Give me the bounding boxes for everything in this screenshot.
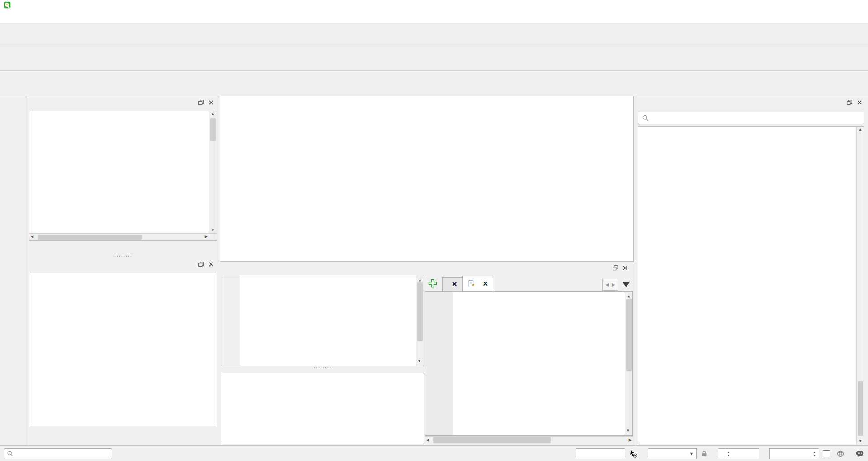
console-vscrollbar[interactable]: ▲▼ [416,275,424,366]
new-editor-tab-button[interactable] [425,276,440,291]
browser-hscrollbar[interactable]: ◀▶ [29,233,217,240]
layers-panel [26,258,220,445]
tracking-icon[interactable] [629,449,638,458]
editor-tab-active[interactable]: ✕ [462,276,494,291]
tab-list-dropdown[interactable] [622,282,630,291]
layer-add-dock [0,96,26,445]
render-checkbox[interactable] [823,450,833,457]
crs-globe-icon[interactable] [836,450,844,458]
status-bar: ▼ ▲▼ ▲▼ [0,445,868,461]
processing-toolbox-panel: ▲▼ [634,96,868,445]
browser-vscrollbar[interactable]: ▲▼ [209,111,217,240]
map-canvas[interactable] [220,96,634,262]
toolbar-row-3 [0,71,868,96]
tab-scroll-buttons[interactable]: ◀▶ [602,279,618,291]
float-panel-icon[interactable] [197,261,205,268]
search-icon [642,114,649,122]
coordinate-input[interactable] [576,448,625,459]
python-console-panel: ▲▼ ✕ ✕ ◀▶ [220,262,634,445]
locator-input[interactable] [4,448,112,459]
toolbox-vscrollbar[interactable]: ▲▼ [856,127,864,444]
float-panel-icon[interactable] [197,99,205,106]
minimize-button[interactable] [806,0,826,10]
python-console-output[interactable]: ▲▼ [221,275,424,366]
rotation-input[interactable]: ▲▼ [769,448,819,459]
messages-icon[interactable] [855,449,864,458]
float-panel-icon[interactable] [611,264,619,272]
editor-hscrollbar[interactable]: ◀▶ [425,436,633,444]
python-code-editor[interactable]: ▲▼ [425,291,633,436]
menu-bar [0,10,868,24]
panel-splitter[interactable] [26,254,220,258]
magnifier-input[interactable]: ▲▼ [718,448,760,459]
editor-tab-inactive[interactable]: ✕ [442,277,462,291]
qgis-app-icon [4,1,11,9]
title-bar [0,0,868,10]
maximize-button[interactable] [826,0,847,10]
close-panel-icon[interactable] [621,264,629,272]
float-panel-icon[interactable] [845,99,854,106]
scale-combo[interactable]: ▼ [648,448,697,459]
toolbox-search-input[interactable] [638,112,864,124]
close-button[interactable] [847,0,868,10]
editor-vscrollbar[interactable]: ▲▼ [625,292,632,435]
close-tab-icon[interactable]: ✕ [483,280,489,288]
console-splitter[interactable] [221,366,424,369]
close-panel-icon[interactable] [207,261,215,268]
toolbar-row-1 [0,24,868,46]
close-panel-icon[interactable] [207,99,215,106]
toolbar-row-2 [0,46,868,71]
search-icon [7,450,14,457]
close-tab-icon[interactable]: ✕ [452,280,458,288]
browser-panel: ▲▼ ◀▶ [26,96,220,254]
lock-scale-icon[interactable] [700,450,708,457]
python-console-input[interactable] [221,373,424,444]
close-panel-icon[interactable] [855,99,863,106]
